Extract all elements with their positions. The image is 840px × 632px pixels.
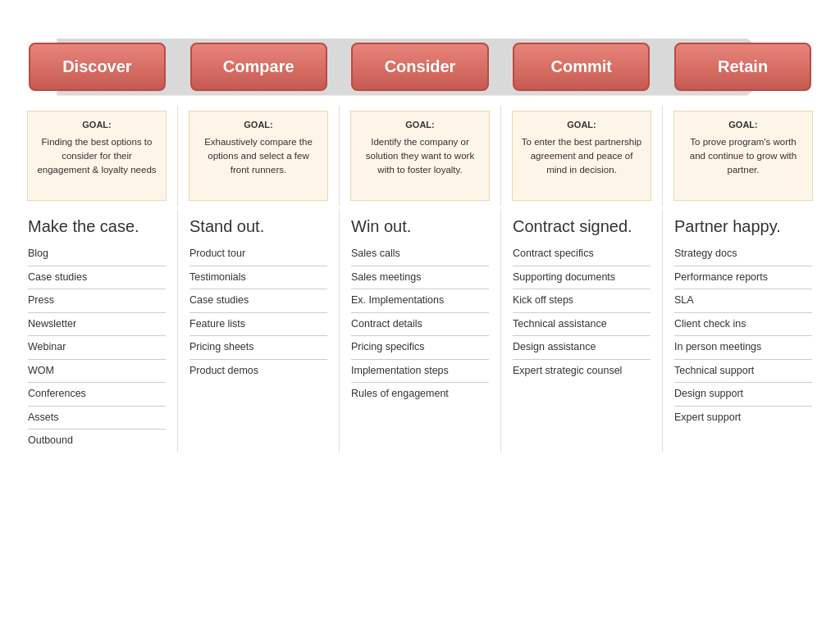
- items-col-commit: Contract signed.Contract specificsSuppor…: [501, 209, 663, 452]
- phase-header-col-compare: Compare: [178, 36, 340, 98]
- goal-text-compare: Exhaustively compare the options and sel…: [198, 135, 318, 178]
- goal-col-retain: GOAL:To prove program's worth and contin…: [663, 106, 824, 206]
- phases-header-row: DiscoverCompareConsiderCommitRetain: [16, 31, 824, 102]
- list-item: Ex. Implementations: [351, 289, 489, 313]
- list-item: Performance reports: [674, 266, 812, 290]
- list-item: Webinar: [28, 336, 166, 360]
- goal-text-commit: To enter the best partnership agreement …: [521, 135, 641, 178]
- list-item: Design support: [674, 383, 812, 407]
- goal-text-discover: Finding the best options to consider for…: [36, 135, 157, 178]
- goal-box-compare: GOAL:Exhaustively compare the options an…: [189, 111, 327, 201]
- phase-header-retain: Retain: [674, 43, 811, 91]
- list-item: Implementation steps: [351, 360, 489, 384]
- items-col-discover: Make the case.BlogCase studiesPressNewsl…: [16, 209, 178, 452]
- list-item: Sales meetings: [351, 266, 489, 290]
- list-item: Rules of engagement: [351, 383, 489, 406]
- section-title-retain: Partner happy.: [666, 217, 820, 236]
- list-item: Product tour: [189, 243, 327, 266]
- phase-header-col-consider: Consider: [340, 36, 501, 98]
- goal-col-consider: GOAL:Identify the company or solution th…: [340, 106, 501, 206]
- goal-box-commit: GOAL:To enter the best partnership agree…: [512, 111, 651, 201]
- list-item: Press: [28, 289, 166, 313]
- phase-header-col-retain: Retain: [662, 36, 824, 98]
- list-item: Assets: [28, 407, 166, 430]
- list-item: Blog: [28, 243, 166, 266]
- goal-label-discover: GOAL:: [82, 118, 111, 132]
- list-item: Design assistance: [513, 336, 651, 360]
- list-item: Kick off steps: [513, 289, 651, 313]
- items-list-discover: BlogCase studiesPressNewsletterWebinarWO…: [20, 243, 174, 452]
- items-col-retain: Partner happy.Strategy docsPerformance r…: [663, 209, 824, 452]
- main-container: DiscoverCompareConsiderCommitRetain GOAL…: [16, 31, 824, 452]
- section-title-consider: Win out.: [343, 217, 497, 236]
- list-item: Sales calls: [351, 243, 489, 266]
- items-list-consider: Sales callsSales meetingsEx. Implementat…: [343, 243, 497, 406]
- goal-label-commit: GOAL:: [567, 118, 596, 132]
- goal-label-compare: GOAL:: [244, 118, 272, 132]
- list-item: Client check ins: [674, 313, 812, 337]
- section-title-discover: Make the case.: [20, 217, 174, 236]
- items-list-commit: Contract specificsSupporting documentsKi…: [504, 243, 659, 382]
- list-item: Pricing sheets: [189, 336, 327, 360]
- section-title-compare: Stand out.: [181, 217, 336, 236]
- section-title-commit: Contract signed.: [504, 217, 659, 236]
- list-item: SLA: [674, 289, 812, 313]
- phase-header-compare: Compare: [190, 43, 327, 91]
- goal-col-discover: GOAL:Finding the best options to conside…: [16, 106, 178, 206]
- list-item: Supporting documents: [513, 266, 651, 290]
- items-list-retain: Strategy docsPerformance reportsSLAClien…: [666, 243, 820, 429]
- list-item: Pricing specifics: [351, 336, 489, 360]
- goal-label-consider: GOAL:: [405, 118, 434, 132]
- list-item: Contract details: [351, 313, 489, 337]
- goal-col-commit: GOAL:To enter the best partnership agree…: [501, 106, 663, 206]
- list-item: Expert strategic counsel: [513, 360, 651, 383]
- list-item: Contract specifics: [513, 243, 651, 266]
- phase-header-discover: Discover: [29, 43, 166, 91]
- phase-header-consider: Consider: [351, 43, 488, 91]
- goal-label-retain: GOAL:: [728, 118, 757, 132]
- goal-col-compare: GOAL:Exhaustively compare the options an…: [178, 106, 340, 206]
- phase-header-col-discover: Discover: [16, 36, 178, 98]
- list-item: Conferences: [28, 383, 166, 407]
- goal-text-consider: Identify the company or solution they wa…: [359, 135, 480, 178]
- list-item: Case studies: [28, 266, 166, 290]
- list-item: Testimonials: [189, 266, 327, 290]
- goal-boxes-row: GOAL:Finding the best options to conside…: [16, 106, 824, 206]
- list-item: Case studies: [189, 289, 327, 313]
- items-col-consider: Win out.Sales callsSales meetingsEx. Imp…: [340, 209, 501, 452]
- items-col-compare: Stand out.Product tourTestimonialsCase s…: [178, 209, 340, 452]
- list-item: WOM: [28, 360, 166, 384]
- list-item: Technical assistance: [513, 313, 651, 337]
- items-row: Make the case.BlogCase studiesPressNewsl…: [16, 209, 824, 452]
- goal-box-discover: GOAL:Finding the best options to conside…: [27, 111, 166, 201]
- list-item: Product demos: [189, 360, 327, 383]
- list-item: Outbound: [28, 430, 166, 452]
- list-item: Feature lists: [189, 313, 327, 337]
- phase-header-commit: Commit: [513, 43, 650, 91]
- goal-box-consider: GOAL:Identify the company or solution th…: [350, 111, 489, 201]
- header-row-wrapper: DiscoverCompareConsiderCommitRetain: [16, 31, 824, 102]
- list-item: Technical support: [674, 360, 812, 384]
- items-list-compare: Product tourTestimonialsCase studiesFeat…: [181, 243, 336, 382]
- list-item: Newsletter: [28, 313, 166, 337]
- phase-header-col-commit: Commit: [500, 36, 662, 98]
- list-item: Expert support: [674, 407, 812, 430]
- goal-text-retain: To prove program's worth and continue to…: [682, 135, 803, 178]
- list-item: Strategy docs: [674, 243, 812, 266]
- goal-box-retain: GOAL:To prove program's worth and contin…: [673, 111, 812, 201]
- list-item: In person meetings: [674, 336, 812, 360]
